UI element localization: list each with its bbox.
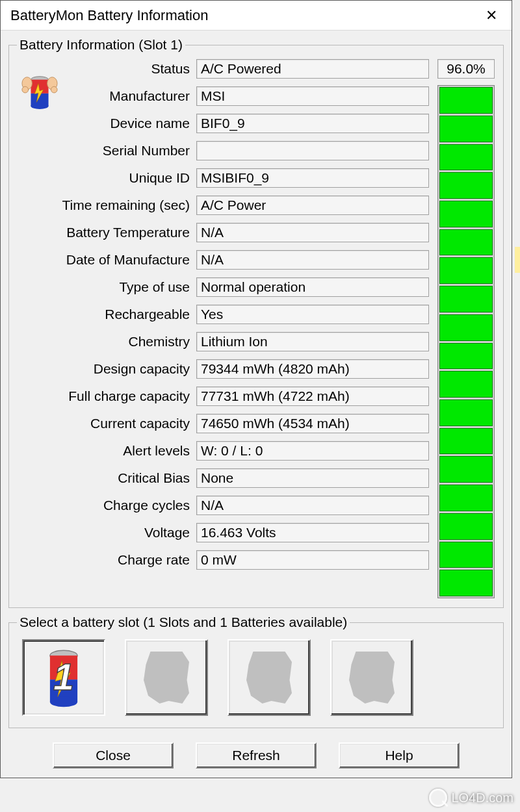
battery-meter: 96.0% bbox=[437, 59, 495, 598]
window-title: BatteryMon Battery Information bbox=[10, 7, 208, 24]
field-value: Lithium Ion bbox=[196, 332, 429, 351]
field-row: Date of ManufactureN/A bbox=[17, 250, 429, 270]
fields-column: StatusA/C PoweredManufacturerMSIDevice n… bbox=[17, 59, 429, 577]
watermark: LO4D.com bbox=[429, 789, 514, 807]
field-value: N/A bbox=[196, 223, 429, 242]
field-value: BIF0_9 bbox=[196, 114, 429, 133]
meter-segment bbox=[439, 343, 493, 370]
field-row: Charge rate0 mW bbox=[17, 550, 429, 570]
field-row: Type of useNormal operation bbox=[17, 277, 429, 297]
field-row: Unique IDMSIBIF0_9 bbox=[17, 168, 429, 188]
field-row: Current capacity74650 mWh (4534 mAh) bbox=[17, 414, 429, 433]
empty-slot-icon bbox=[349, 652, 395, 704]
field-value: 74650 mWh (4534 mAh) bbox=[196, 414, 429, 433]
watermark-text: LO4D.com bbox=[451, 791, 514, 806]
refresh-button[interactable]: Refresh bbox=[196, 742, 317, 768]
battery-info-legend: Battery Information (Slot 1) bbox=[17, 37, 185, 53]
field-row: ChemistryLithium Ion bbox=[17, 332, 429, 351]
field-row: ManufacturerMSI bbox=[17, 86, 429, 106]
help-button[interactable]: Help bbox=[339, 742, 460, 768]
slot-select-group: Select a battery slot (1 Slots and 1 Bat… bbox=[8, 615, 504, 728]
slot-button-4[interactable] bbox=[330, 639, 413, 716]
client-area: Battery Information (Slot 1) StatusA/C P… bbox=[1, 31, 512, 778]
field-value: A/C Powered bbox=[196, 59, 429, 79]
field-row: RechargeableYes bbox=[17, 305, 429, 324]
field-label: Battery Temperature bbox=[17, 225, 196, 240]
field-label: Voltage bbox=[17, 525, 196, 540]
field-label: Charge cycles bbox=[17, 498, 196, 513]
meter-segment bbox=[439, 257, 493, 284]
button-row: Close Refresh Help bbox=[8, 735, 504, 768]
field-label: Full charge capacity bbox=[17, 388, 196, 404]
field-value: A/C Power bbox=[196, 196, 429, 215]
field-label: Alert levels bbox=[17, 443, 196, 459]
svg-point-7 bbox=[51, 86, 57, 93]
meter-segment bbox=[439, 513, 493, 540]
field-row: Battery TemperatureN/A bbox=[17, 223, 429, 242]
field-label: Rechargeable bbox=[17, 307, 196, 322]
magnifier-icon bbox=[429, 789, 447, 807]
meter-segment bbox=[439, 286, 493, 312]
field-value: None bbox=[196, 468, 429, 488]
field-value: N/A bbox=[196, 250, 429, 270]
field-row: Voltage16.463 Volts bbox=[17, 523, 429, 542]
meter-segment bbox=[439, 485, 493, 511]
empty-slot-icon bbox=[144, 652, 189, 704]
battery-slot-icon: 1 bbox=[38, 647, 90, 709]
field-row: Design capacity79344 mWh (4820 mAh) bbox=[17, 359, 429, 379]
slot-row: 1 bbox=[17, 637, 495, 718]
meter-segment bbox=[439, 570, 493, 596]
meter-segment bbox=[439, 400, 493, 426]
field-value: MSIBIF0_9 bbox=[196, 168, 429, 188]
field-label: Design capacity bbox=[17, 361, 196, 377]
field-row: StatusA/C Powered bbox=[17, 59, 429, 79]
empty-slot-icon bbox=[246, 652, 292, 704]
slot-button-1[interactable]: 1 bbox=[22, 639, 105, 716]
field-label: Current capacity bbox=[17, 416, 196, 431]
field-value: Yes bbox=[196, 305, 429, 324]
field-value bbox=[196, 141, 429, 160]
meter-segment bbox=[439, 371, 493, 398]
field-value: W: 0 / L: 0 bbox=[196, 441, 429, 461]
meter-segment bbox=[439, 314, 493, 341]
field-row: Device nameBIF0_9 bbox=[17, 114, 429, 133]
field-label: Charge rate bbox=[17, 552, 196, 568]
field-label: Critical Bias bbox=[17, 470, 196, 486]
field-label: Serial Number bbox=[17, 143, 196, 159]
svg-point-6 bbox=[22, 86, 29, 93]
field-value: 77731 mWh (4722 mAh) bbox=[196, 387, 429, 406]
meter-segment bbox=[439, 229, 493, 256]
field-value: 0 mW bbox=[196, 550, 429, 570]
slot-select-legend: Select a battery slot (1 Slots and 1 Bat… bbox=[17, 615, 350, 630]
battery-meter-bar bbox=[437, 85, 495, 598]
slot-button-3[interactable] bbox=[228, 639, 311, 716]
svg-text:1: 1 bbox=[53, 655, 74, 697]
field-label: Type of use bbox=[17, 279, 196, 295]
field-label: Date of Manufacture bbox=[17, 252, 196, 268]
field-label: Unique ID bbox=[17, 170, 196, 186]
field-label: Chemistry bbox=[17, 334, 196, 349]
meter-segment bbox=[439, 172, 493, 199]
svg-point-11 bbox=[50, 696, 77, 707]
field-value: 16.463 Volts bbox=[196, 523, 429, 542]
field-value: 79344 mWh (4820 mAh) bbox=[196, 359, 429, 379]
close-button[interactable]: Close bbox=[53, 742, 174, 768]
meter-segment bbox=[439, 542, 493, 568]
slot-button-2[interactable] bbox=[125, 639, 208, 716]
field-label: Time remaining (sec) bbox=[17, 197, 196, 213]
meter-segment bbox=[439, 428, 493, 455]
meter-segment bbox=[439, 456, 493, 483]
field-label: Device name bbox=[17, 116, 196, 131]
close-icon[interactable]: ✕ bbox=[478, 5, 505, 27]
field-row: Charge cyclesN/A bbox=[17, 496, 429, 515]
battery-info-group: Battery Information (Slot 1) StatusA/C P… bbox=[8, 37, 504, 608]
field-row: Critical BiasNone bbox=[17, 468, 429, 488]
field-value: MSI bbox=[196, 86, 429, 106]
battery-muscle-icon bbox=[21, 72, 58, 112]
meter-segment bbox=[439, 144, 493, 171]
meter-segment bbox=[439, 87, 493, 114]
titlebar: BatteryMon Battery Information ✕ bbox=[1, 1, 512, 31]
field-value: Normal operation bbox=[196, 277, 429, 297]
field-row: Full charge capacity77731 mWh (4722 mAh) bbox=[17, 387, 429, 406]
field-row: Alert levelsW: 0 / L: 0 bbox=[17, 441, 429, 461]
